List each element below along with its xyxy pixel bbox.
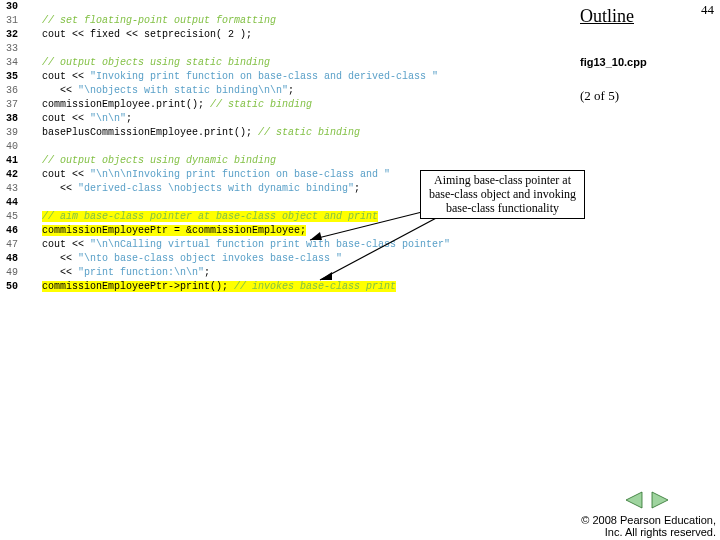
code-content: basePlusCommissionEmployee.print(); // s… <box>24 126 580 140</box>
line-number: 42 <box>0 168 24 182</box>
line-number: 40 <box>0 140 24 154</box>
code-content: // output objects using static binding <box>24 56 580 70</box>
code-line: 32 cout << fixed << setprecision( 2 ); <box>0 28 580 42</box>
callout-text: Aiming base-class pointer at base-class … <box>429 173 576 215</box>
copyright: © 2008 Pearson Education, Inc. All right… <box>581 514 716 538</box>
callout-box: Aiming base-class pointer at base-class … <box>420 170 585 219</box>
svg-marker-5 <box>652 492 668 508</box>
page-number: 44 <box>701 2 714 18</box>
line-number: 33 <box>0 42 24 56</box>
line-number: 31 <box>0 14 24 28</box>
code-content: commissionEmployee.print(); // static bi… <box>24 98 580 112</box>
code-content: cout << "\n\n"; <box>24 112 580 126</box>
code-area: 3031 // set floating-point output format… <box>0 0 580 294</box>
code-line: 41 // output objects using dynamic bindi… <box>0 154 580 168</box>
line-number: 41 <box>0 154 24 168</box>
sidebar: Outline 44 fig13_10.cpp (2 of 5) <box>580 0 720 540</box>
code-line: 39 basePlusCommissionEmployee.print(); /… <box>0 126 580 140</box>
line-number: 43 <box>0 182 24 196</box>
source-filename: fig13_10.cpp <box>580 56 647 68</box>
code-line: 34 // output objects using static bindin… <box>0 56 580 70</box>
prev-button[interactable] <box>624 490 644 510</box>
line-number: 37 <box>0 98 24 112</box>
svg-marker-4 <box>626 492 642 508</box>
line-number: 36 <box>0 84 24 98</box>
line-number: 46 <box>0 224 24 238</box>
code-line: 33 <box>0 42 580 56</box>
line-number: 44 <box>0 196 24 210</box>
outline-heading: Outline <box>580 6 634 27</box>
line-number: 30 <box>0 0 24 14</box>
line-number: 35 <box>0 70 24 84</box>
code-line: 37 commissionEmployee.print(); // static… <box>0 98 580 112</box>
line-number: 47 <box>0 238 24 252</box>
code-line: 48 << "\nto base-class object invokes ba… <box>0 252 580 266</box>
next-button[interactable] <box>650 490 670 510</box>
code-content: << "\nto base-class object invokes base-… <box>24 252 580 266</box>
code-line: 50 commissionEmployeePtr->print(); // in… <box>0 280 580 294</box>
line-number: 48 <box>0 252 24 266</box>
line-number: 34 <box>0 56 24 70</box>
code-line: 31 // set floating-point output formatti… <box>0 14 580 28</box>
code-line: 47 cout << "\n\nCalling virtual function… <box>0 238 580 252</box>
code-line: 38 cout << "\n\n"; <box>0 112 580 126</box>
line-number: 45 <box>0 210 24 224</box>
line-number: 39 <box>0 126 24 140</box>
line-number: 49 <box>0 266 24 280</box>
code-line: 35 cout << "Invoking print function on b… <box>0 70 580 84</box>
code-content: << "\nobjects with static binding\n\n"; <box>24 84 580 98</box>
code-line: 46 commissionEmployeePtr = &commissionEm… <box>0 224 580 238</box>
code-content: commissionEmployeePtr->print(); // invok… <box>24 280 580 294</box>
copyright-line1: © 2008 Pearson Education, <box>581 514 716 526</box>
code-content: cout << "\n\nCalling virtual function pr… <box>24 238 580 252</box>
copyright-line2: Inc. All rights reserved. <box>581 526 716 538</box>
code-content: << "print function:\n\n"; <box>24 266 580 280</box>
code-content: cout << "Invoking print function on base… <box>24 70 580 84</box>
code-content: // output objects using dynamic binding <box>24 154 580 168</box>
code-line: 30 <box>0 0 580 14</box>
code-line: 36 << "\nobjects with static binding\n\n… <box>0 84 580 98</box>
code-content: commissionEmployeePtr = &commissionEmplo… <box>24 224 580 238</box>
code-content: // set floating-point output formatting <box>24 14 580 28</box>
line-number: 32 <box>0 28 24 42</box>
line-number: 38 <box>0 112 24 126</box>
nav-controls <box>624 490 670 510</box>
slide-progress: (2 of 5) <box>580 88 619 104</box>
code-line: 40 <box>0 140 580 154</box>
line-number: 50 <box>0 280 24 294</box>
code-line: 49 << "print function:\n\n"; <box>0 266 580 280</box>
code-content: cout << fixed << setprecision( 2 ); <box>24 28 580 42</box>
